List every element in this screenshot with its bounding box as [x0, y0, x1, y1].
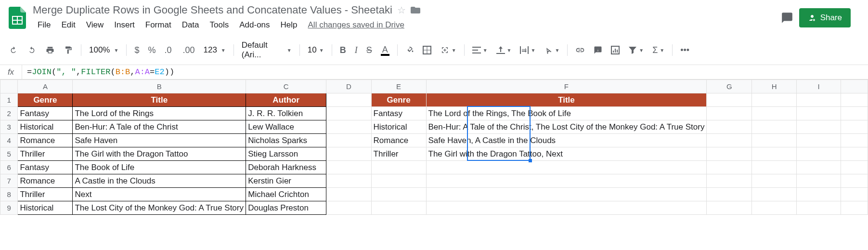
- percent-icon[interactable]: %: [144, 42, 159, 58]
- cell[interactable]: [326, 107, 371, 120]
- cell[interactable]: [797, 93, 841, 107]
- currency-icon[interactable]: $: [130, 42, 143, 58]
- col-header-B[interactable]: B: [73, 80, 246, 93]
- cell[interactable]: [707, 134, 752, 147]
- more-icon[interactable]: •••: [676, 42, 693, 58]
- cell[interactable]: J. R. R. Tolkien: [246, 107, 326, 120]
- cell[interactable]: [426, 174, 707, 188]
- cell[interactable]: [797, 120, 841, 134]
- comment-icon[interactable]: [781, 12, 793, 24]
- strikethrough-icon[interactable]: S: [363, 42, 376, 58]
- cell[interactable]: Safe Haven, A Castle in the Clouds: [426, 134, 707, 147]
- filter-icon[interactable]: ▼: [624, 43, 648, 57]
- cell[interactable]: Genre: [371, 93, 426, 107]
- cell[interactable]: [326, 147, 371, 161]
- cell[interactable]: [326, 201, 371, 215]
- insert-chart-icon[interactable]: [607, 43, 623, 57]
- cell[interactable]: [752, 188, 797, 201]
- cell[interactable]: [426, 188, 707, 201]
- cell[interactable]: [707, 120, 752, 134]
- cell[interactable]: [841, 134, 868, 147]
- cell[interactable]: [752, 147, 797, 161]
- menu-view[interactable]: View: [81, 18, 109, 32]
- col-header-D[interactable]: D: [326, 80, 371, 93]
- cell[interactable]: [707, 201, 752, 215]
- cell[interactable]: Michael Crichton: [246, 188, 326, 201]
- decrease-decimal-icon[interactable]: .0: [160, 42, 178, 58]
- cell[interactable]: [326, 120, 371, 134]
- select-all-cell[interactable]: [0, 80, 18, 93]
- cell[interactable]: Nicholas Sparks: [246, 134, 326, 147]
- cell[interactable]: [326, 161, 371, 174]
- cell[interactable]: The Lord of the Rings, The Book of Life: [426, 107, 707, 120]
- cell[interactable]: [371, 188, 426, 201]
- cell[interactable]: [707, 161, 752, 174]
- row-header[interactable]: 8: [0, 188, 18, 201]
- menu-edit[interactable]: Edit: [56, 18, 80, 32]
- document-title[interactable]: Merge Duplicate Rows in Google Sheets an…: [33, 4, 392, 16]
- cell[interactable]: [752, 120, 797, 134]
- cell[interactable]: A Castle in the Clouds: [73, 174, 246, 188]
- col-header-G[interactable]: G: [707, 80, 752, 93]
- cell[interactable]: [326, 93, 371, 107]
- cell[interactable]: [797, 107, 841, 120]
- cell[interactable]: [797, 188, 841, 201]
- cell[interactable]: Title: [73, 93, 246, 107]
- row-header[interactable]: 1: [0, 93, 18, 107]
- cell[interactable]: Fantasy: [18, 161, 73, 174]
- cell[interactable]: [426, 161, 707, 174]
- menu-help[interactable]: Help: [276, 18, 302, 32]
- insert-comment-icon[interactable]: [590, 43, 606, 57]
- cell[interactable]: The Girl with the Dragon Tattoo: [73, 147, 246, 161]
- cell[interactable]: [797, 201, 841, 215]
- cell[interactable]: [841, 93, 868, 107]
- print-icon[interactable]: [41, 43, 59, 57]
- font-select[interactable]: Default (Ari...▼: [238, 39, 296, 62]
- cell[interactable]: Historical: [18, 201, 73, 215]
- functions-icon[interactable]: Σ▼: [648, 42, 668, 58]
- cell[interactable]: [841, 161, 868, 174]
- font-size-select[interactable]: 10▼: [304, 43, 328, 57]
- cell[interactable]: [707, 107, 752, 120]
- cell[interactable]: Lew Wallace: [246, 120, 326, 134]
- cell[interactable]: The Girl with the Dragon Tattoo, Next: [426, 147, 707, 161]
- cell[interactable]: Thriller: [371, 147, 426, 161]
- cell[interactable]: Ben-Hur: A Tale of the Christ, The Lost …: [426, 120, 707, 134]
- menu-format[interactable]: Format: [141, 18, 176, 32]
- cell[interactable]: [326, 188, 371, 201]
- cell[interactable]: [841, 120, 868, 134]
- fill-color-icon[interactable]: [402, 43, 418, 57]
- cell[interactable]: [707, 188, 752, 201]
- col-header-A[interactable]: A: [18, 80, 73, 93]
- cell[interactable]: [797, 147, 841, 161]
- cell[interactable]: [371, 201, 426, 215]
- cell[interactable]: Deborah Harkness: [246, 161, 326, 174]
- cell[interactable]: [841, 107, 868, 120]
- increase-decimal-icon[interactable]: .00: [179, 42, 198, 58]
- cell[interactable]: The Lord of the Rings: [73, 107, 246, 120]
- share-button[interactable]: Share: [799, 8, 851, 27]
- row-header[interactable]: 2: [0, 107, 18, 120]
- cell[interactable]: The Book of Life: [73, 161, 246, 174]
- menu-file[interactable]: File: [33, 18, 55, 32]
- more-formats[interactable]: 123▼: [199, 43, 229, 57]
- cell[interactable]: [797, 134, 841, 147]
- cell[interactable]: [707, 93, 752, 107]
- redo-icon[interactable]: [23, 43, 40, 57]
- cell[interactable]: Fantasy: [371, 107, 426, 120]
- cell[interactable]: [707, 147, 752, 161]
- row-header[interactable]: 6: [0, 161, 18, 174]
- horizontal-align-icon[interactable]: ▼: [468, 44, 492, 56]
- col-header-E[interactable]: E: [371, 80, 426, 93]
- borders-icon[interactable]: [419, 43, 435, 57]
- cell[interactable]: [841, 188, 868, 201]
- row-header[interactable]: 9: [0, 201, 18, 215]
- insert-link-icon[interactable]: [571, 44, 589, 56]
- formula-input[interactable]: =JOIN(", ",FILTER(B:B,A:A=E2)): [22, 66, 868, 79]
- cell[interactable]: [426, 201, 707, 215]
- cell[interactable]: [752, 134, 797, 147]
- undo-icon[interactable]: [5, 43, 22, 57]
- cell[interactable]: [841, 147, 868, 161]
- italic-icon[interactable]: I: [351, 42, 362, 58]
- cell[interactable]: [371, 161, 426, 174]
